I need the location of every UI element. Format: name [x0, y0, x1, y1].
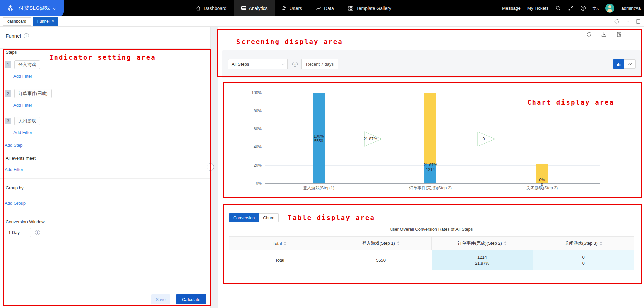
add-filter-link-step3[interactable]: Add Filter — [13, 130, 32, 135]
bar-label-step3: 0% 0 — [527, 178, 557, 187]
add-filter-link-step2[interactable]: Add Filter — [13, 103, 32, 108]
conversion-churn-toggle: Conversion Churn — [229, 213, 279, 222]
tab-funnel[interactable]: Funnel × — [33, 17, 59, 26]
y-tick-80: 80% — [238, 109, 262, 113]
step-number-badge: 1 — [5, 61, 11, 68]
save-button[interactable]: Save — [151, 294, 170, 304]
bar-label-count: 0 — [527, 182, 557, 187]
add-filter-link-step1[interactable]: Add Filter — [13, 74, 32, 79]
nav-right-group: Message My Tickets 文A admin@a — [502, 0, 641, 16]
cell-step1: 5550 — [330, 250, 432, 270]
chevron-down-icon[interactable] — [626, 19, 630, 23]
info-icon[interactable] — [35, 230, 40, 235]
message-link[interactable]: Message — [502, 6, 521, 11]
project-switcher[interactable]: 付费SLG游戏 — [0, 0, 64, 16]
y-tick-100: 100% — [238, 90, 262, 95]
my-tickets-link[interactable]: My Tickets — [527, 6, 549, 11]
main-nav: Dashboard Analytics Users Data Template … — [189, 0, 398, 16]
conversion-table: Total 登入游戏(Step 1) 订单事件(完成)(Step 2) — [229, 236, 634, 270]
collapse-panel-button[interactable] — [207, 163, 214, 171]
chevron-down-icon — [282, 62, 285, 65]
step3-rate: 0 — [533, 261, 634, 266]
nav-analytics-label: Analytics — [249, 6, 268, 11]
line-chart-toggle[interactable] — [624, 59, 636, 69]
step-event-chip[interactable]: 订单事件(完成) — [14, 89, 52, 98]
axis-tick — [377, 184, 377, 185]
help-icon[interactable] — [580, 5, 586, 11]
tab-dashboard[interactable]: dashboard — [3, 17, 31, 26]
steps-filter-value: All Steps — [232, 62, 249, 67]
users-icon — [282, 6, 287, 11]
add-step-link[interactable]: Add Step — [5, 143, 23, 148]
search-icon[interactable] — [555, 5, 561, 11]
monitor-icon — [241, 6, 246, 11]
axis-tick — [489, 184, 489, 185]
conversion-window-label: Conversion Window — [6, 219, 45, 224]
nav-data[interactable]: Data — [309, 0, 341, 16]
step2-count-link[interactable]: 1214 — [477, 255, 487, 260]
report-save-icon[interactable] — [616, 32, 622, 37]
table-row: Total 5550 1214 21.87% 0 0 — [229, 250, 634, 270]
app-logo-icon — [7, 5, 14, 12]
cell-step3: 0 0 — [533, 250, 634, 270]
indicator-setting-panel: Funnel Steps 1 登入游戏 Add Filter 2 订单事件(完成… — [0, 27, 211, 308]
fullscreen-icon[interactable] — [568, 5, 574, 11]
step-row-1: 1 登入游戏 — [5, 60, 40, 69]
frame-icon[interactable] — [636, 19, 641, 24]
axis-tick — [265, 184, 265, 185]
info-icon[interactable] — [292, 62, 298, 67]
cell-step2: 1214 21.87% — [432, 250, 533, 270]
refresh-icon[interactable] — [614, 19, 619, 24]
date-range-button[interactable]: Recent 7 days — [301, 59, 338, 69]
result-area: All Steps Recent 7 days 100% 80% 60% 40%… — [218, 27, 644, 308]
result-toolbar — [586, 32, 622, 37]
step1-count-link[interactable]: 5550 — [376, 258, 386, 263]
sort-control[interactable] — [600, 241, 602, 245]
step-event-chip[interactable]: 登入游戏 — [14, 60, 40, 69]
top-navbar: 付费SLG游戏 Dashboard Analytics Users Data — [0, 0, 644, 16]
sort-control[interactable] — [397, 241, 400, 245]
add-filter-link-global[interactable]: Add Filter — [5, 167, 23, 172]
nav-analytics[interactable]: Analytics — [234, 0, 275, 16]
axis-tick — [600, 184, 600, 185]
line-chart-icon — [627, 61, 633, 67]
refresh-icon[interactable] — [586, 32, 592, 37]
panel-title-row: Funnel — [6, 33, 29, 39]
info-icon[interactable] — [24, 33, 29, 38]
download-icon[interactable] — [601, 32, 607, 37]
nav-dashboard[interactable]: Dashboard — [189, 0, 234, 16]
nav-users[interactable]: Users — [275, 0, 309, 16]
bar-label-count: 1214 — [415, 167, 445, 172]
page-tabbar: dashboard Funnel × — [0, 16, 644, 27]
churn-tab[interactable]: Churn — [259, 213, 279, 222]
calculate-button[interactable]: Calculate — [176, 294, 206, 304]
close-icon[interactable]: × — [52, 19, 54, 24]
table-display-area: Conversion Churn user Overall Conversion… — [218, 203, 644, 303]
nav-template-gallery[interactable]: Template Gallery — [341, 0, 398, 16]
col-header-label: Total — [273, 241, 282, 246]
sort-control[interactable] — [284, 241, 286, 245]
bar-chart-toggle[interactable] — [613, 59, 624, 69]
bar-label-count: 5550 — [304, 139, 334, 143]
y-tick-40: 40% — [238, 145, 262, 149]
avatar[interactable] — [605, 4, 614, 13]
translate-icon[interactable]: 文A — [593, 6, 599, 10]
sort-control[interactable] — [504, 241, 507, 245]
bar-label-pct: 0% — [527, 178, 557, 182]
nav-data-label: Data — [324, 6, 334, 11]
step-number-badge: 3 — [5, 118, 11, 124]
col-header-label: 登入游戏(Step 1) — [362, 240, 395, 246]
col-header-step2: 订单事件(完成)(Step 2) — [432, 237, 533, 250]
add-group-link[interactable]: Add Group — [5, 201, 26, 206]
col-header-step1: 登入游戏(Step 1) — [330, 237, 432, 250]
step-event-chip[interactable]: 关闭游戏 — [14, 117, 40, 125]
steps-filter-select[interactable]: All Steps — [228, 59, 288, 69]
bar-step2-lost-segment — [424, 93, 436, 164]
bar-label-pct: 100% — [304, 134, 334, 139]
divider — [0, 48, 211, 49]
y-tick-20: 20% — [238, 163, 262, 168]
conversion-tab[interactable]: Conversion — [229, 213, 259, 222]
username[interactable]: admin@a — [621, 6, 641, 11]
step-row-3: 3 关闭游戏 — [5, 117, 40, 125]
conversion-window-input[interactable]: 1 Day — [5, 228, 31, 237]
